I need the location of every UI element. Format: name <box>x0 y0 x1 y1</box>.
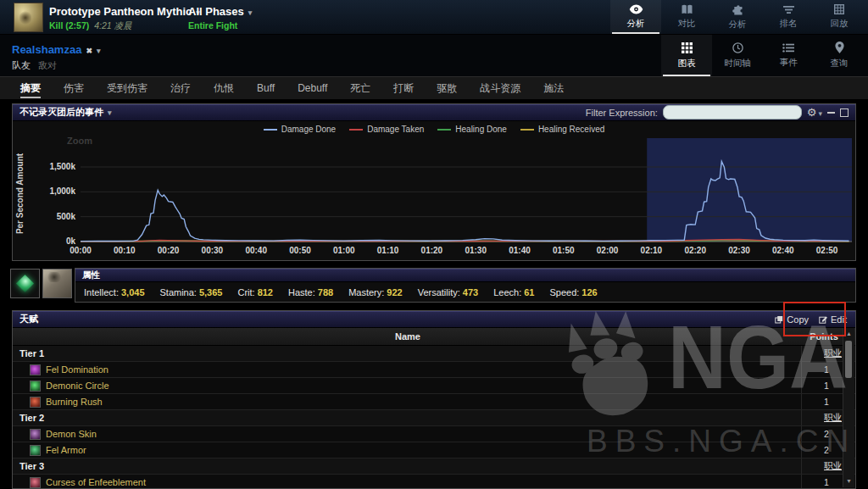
friendlies-link[interactable]: 队友 <box>12 60 31 70</box>
mode-tab-3[interactable]: 查询 <box>814 35 865 76</box>
view-tab-1[interactable]: 对比 <box>661 0 712 34</box>
view-tab-label: 分析 <box>627 18 645 30</box>
stat-label: Speed: <box>549 287 579 297</box>
player-name-dropdown[interactable]: Realshamzaa✖▾ <box>12 43 100 56</box>
close-icon[interactable]: ✖ <box>86 47 92 55</box>
talents-panel: 天赋 Copy Edit Name Points Tier 1职业Fel Dom… <box>12 310 856 489</box>
points-value: 2 <box>801 442 843 458</box>
svg-text:02:10: 02:10 <box>641 246 663 255</box>
character-portrait-icon[interactable] <box>42 269 72 298</box>
maximize-icon[interactable] <box>840 108 849 117</box>
replay-icon <box>834 4 844 16</box>
svg-text:00:00: 00:00 <box>70 246 92 255</box>
view-tab-0[interactable]: 分析 <box>610 0 661 34</box>
spell-name-link[interactable]: Burning Rush <box>46 397 103 407</box>
tab-3[interactable]: 治疗 <box>170 76 191 100</box>
view-tab-4[interactable]: 回放 <box>814 0 865 34</box>
legend-item-1[interactable]: Damage Taken <box>349 125 424 134</box>
legend-swatch <box>520 129 534 131</box>
stat-leech: Leech:61 <box>493 287 534 297</box>
legend-item-2[interactable]: Healing Done <box>437 125 507 134</box>
tier-label: Tier 1 <box>13 346 801 361</box>
svg-text:01:50: 01:50 <box>553 246 575 255</box>
stat-stamina: Stamina:5,365 <box>160 287 223 297</box>
boss-portrait-icon[interactable] <box>14 3 43 32</box>
tab-9[interactable]: 驱散 <box>437 76 457 100</box>
svg-text:01:40: 01:40 <box>509 246 531 255</box>
warcraft-logs-app: Prototype Pantheon Mythic▾ Kill (2:57)4:… <box>0 0 868 489</box>
scrollbar-thumb[interactable] <box>845 341 852 378</box>
mode-tab-2[interactable]: 事件 <box>763 35 814 76</box>
svg-text:500k: 500k <box>57 212 76 221</box>
mode-tab-0[interactable]: 图表 <box>661 35 712 76</box>
stat-value: 5,365 <box>199 287 223 297</box>
spell-name-link[interactable]: Fel Domination <box>46 364 108 375</box>
tab-5[interactable]: Buff <box>257 76 275 100</box>
spell-icon <box>30 445 41 456</box>
tab-11[interactable]: 施法 <box>543 76 564 100</box>
tab-8[interactable]: 打断 <box>393 76 414 100</box>
tab-7[interactable]: 死亡 <box>350 76 370 100</box>
filter-expression-input[interactable] <box>663 105 802 119</box>
chevron-down-icon: ▾ <box>248 8 253 17</box>
class-link[interactable]: 职业 <box>824 460 842 472</box>
stat-label: Mastery: <box>348 287 384 297</box>
talents-scrollbar[interactable]: ▲ ▼ <box>843 328 854 487</box>
svg-text:1,500k: 1,500k <box>49 162 75 171</box>
legend-item-0[interactable]: Damage Done <box>264 125 336 134</box>
stat-value: 473 <box>463 287 478 297</box>
grid-icon <box>682 42 693 55</box>
tab-2[interactable]: 受到伤害 <box>107 76 147 100</box>
view-tab-3[interactable]: 排名 <box>763 0 814 34</box>
stat-value: 126 <box>581 287 597 297</box>
phase-dropdown[interactable]: All Phases▾ <box>188 5 252 18</box>
mode-tab-1[interactable]: 时间轴 <box>712 35 763 76</box>
gear-icon[interactable]: ⚙▾ <box>807 107 822 118</box>
talent-row: Curses of Enfeeblement1 <box>13 475 855 489</box>
class-link[interactable]: 职业 <box>824 347 842 359</box>
chevron-down-icon: ▾ <box>97 47 101 55</box>
stat-speed: Speed:126 <box>549 287 597 297</box>
svg-text:02:30: 02:30 <box>728 246 750 255</box>
spell-name-link[interactable]: Demonic Circle <box>46 381 109 391</box>
tab-10[interactable]: 战斗资源 <box>480 76 520 100</box>
player-name-label: Realshamzaa <box>12 43 81 56</box>
tier-label: Tier 2 <box>13 410 801 425</box>
legend-label: Damage Taken <box>367 125 424 134</box>
spell-name-link[interactable]: Curses of Enfeeblement <box>46 477 146 487</box>
tab-0[interactable]: 摘要 <box>20 76 41 100</box>
stat-value: 788 <box>318 287 333 297</box>
player-bar: Realshamzaa✖▾ 队友敌对 图表时间轴事件查询 <box>0 35 868 76</box>
tab-6[interactable]: Debuff <box>298 76 327 100</box>
pin-icon <box>835 42 844 55</box>
stat-value: 61 <box>524 287 534 297</box>
equipped-item-icon[interactable] <box>10 269 40 298</box>
chart-area[interactable]: Damage DoneDamage TakenHealing DoneHeali… <box>13 121 855 260</box>
stat-value: 3,045 <box>121 287 145 297</box>
view-tab-2[interactable]: 分析 <box>712 0 763 34</box>
enemies-link[interactable]: 敌对 <box>38 60 57 70</box>
scroll-down-icon[interactable]: ▼ <box>843 476 854 486</box>
chart-selection-region[interactable] <box>647 138 852 242</box>
spell-name-link[interactable]: Demon Skin <box>46 429 97 439</box>
minimize-icon[interactable] <box>827 112 835 114</box>
chart-title-dropdown[interactable]: 不记录灭团后的事件 <box>19 106 103 119</box>
phase-label: All Phases <box>188 5 244 18</box>
stat-crit: Crit:812 <box>237 287 273 297</box>
boss-name-dropdown[interactable]: Prototype Pantheon Mythic▾ <box>49 5 200 18</box>
legend-label: Damage Done <box>281 125 336 134</box>
legend-item-3[interactable]: Healing Received <box>520 125 604 134</box>
tab-4[interactable]: 仇恨 <box>214 76 234 100</box>
chart-plot[interactable]: 0k500k1,000k1,500k00:0000:1000:2000:3000… <box>13 138 857 260</box>
talents-title: 天赋 <box>19 313 38 325</box>
svg-text:02:50: 02:50 <box>816 246 838 255</box>
stats-row: Intellect:3,045Stamina:5,365Crit:812Hast… <box>75 282 855 302</box>
eye-icon <box>629 4 643 16</box>
spell-name-link[interactable]: Fel Armor <box>46 445 86 455</box>
talent-tier-row: Tier 1职业 <box>13 346 855 362</box>
legend-swatch <box>264 129 277 131</box>
class-link[interactable]: 职业 <box>824 412 842 424</box>
tab-1[interactable]: 伤害 <box>64 76 84 100</box>
legend-swatch <box>349 129 363 131</box>
talent-row: Demonic Circle1 <box>13 378 855 394</box>
